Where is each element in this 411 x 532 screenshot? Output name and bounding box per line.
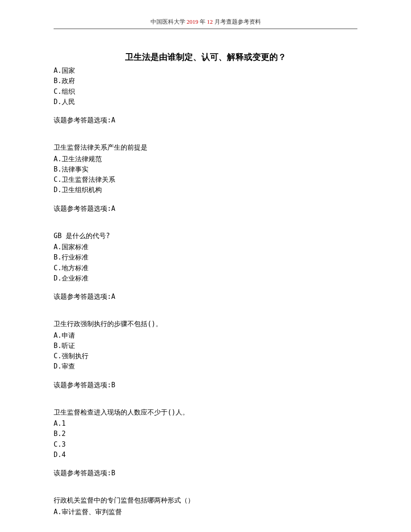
option-c: C.卫生监督法律关系 xyxy=(54,175,357,185)
option-a: A.申请 xyxy=(54,331,357,341)
option-a: A.审计监督、审判监督 xyxy=(54,507,357,517)
question-block: 卫生监督检查进入现场的人数应不少于()人。 A.1 B.2 C.3 D.4 该题… xyxy=(54,407,357,479)
header-mid: 年 xyxy=(200,18,206,25)
question-stem: 卫生行政强制执行的步骤不包括()。 xyxy=(54,319,357,329)
question-block: 卫生监督法律关系产生的前提是 A.卫生法律规范 B.法律事实 C.卫生监督法律关… xyxy=(54,142,357,214)
question-block: 行政机关监督中的专门监督包括哪两种形式（） A.审计监督、审判监督 xyxy=(54,495,357,517)
answer-text: 该题参考答题选项:B xyxy=(54,468,357,478)
option-c: C.强制执行 xyxy=(54,351,357,361)
option-b: B.法律事实 xyxy=(54,164,357,175)
question-stem: 卫生监督法律关系产生的前提是 xyxy=(54,142,357,153)
option-c: C.3 xyxy=(54,440,357,450)
header-suffix: 月考查题参考资料 xyxy=(214,18,261,25)
option-b: B.2 xyxy=(54,429,357,439)
option-c: C.组织 xyxy=(54,87,357,97)
option-d: D.企业标准 xyxy=(54,273,357,284)
answer-text: 该题参考答题选项:A xyxy=(54,292,357,302)
header-month: 12 xyxy=(206,18,214,25)
option-a: A.1 xyxy=(54,419,357,429)
page-title: 卫生法是由谁制定、认可、解释或变更的？ xyxy=(54,51,357,63)
option-b: B.政府 xyxy=(54,76,357,86)
question-block: 卫生行政强制执行的步骤不包括()。 A.申请 B.听证 C.强制执行 D.审查 … xyxy=(54,319,357,390)
option-b: B.行业标准 xyxy=(54,252,357,263)
option-a: A.国家 xyxy=(54,66,357,76)
option-c: C.地方标准 xyxy=(54,263,357,273)
question-stem: 卫生监督检查进入现场的人数应不少于()人。 xyxy=(54,407,357,418)
question-stem: 行政机关监督中的专门监督包括哪两种形式（） xyxy=(54,495,357,506)
option-d: D.人民 xyxy=(54,97,357,107)
option-b: B.听证 xyxy=(54,341,357,351)
option-d: D.4 xyxy=(54,450,357,460)
question-block: A.国家 B.政府 C.组织 D.人民 该题参考答题选项:A xyxy=(54,66,357,126)
option-a: A.国家标准 xyxy=(54,242,357,252)
option-d: D.卫生组织机构 xyxy=(54,185,357,195)
option-d: D.审查 xyxy=(54,361,357,372)
answer-text: 该题参考答题选项:A xyxy=(54,115,357,126)
header-prefix: 中国医科大学 xyxy=(151,18,185,25)
question-block: GB 是什么的代号? A.国家标准 B.行业标准 C.地方标准 D.企业标准 该… xyxy=(54,231,357,302)
answer-text: 该题参考答题选项:B xyxy=(54,380,357,390)
answer-text: 该题参考答题选项:A xyxy=(54,204,357,214)
content-body: A.国家 B.政府 C.组织 D.人民 该题参考答题选项:A 卫生监督法律关系产… xyxy=(54,66,357,517)
option-a: A.卫生法律规范 xyxy=(54,154,357,164)
page-header: 中国医科大学 2019 年 12 月考查题参考资料 xyxy=(54,18,357,29)
question-stem: GB 是什么的代号? xyxy=(54,231,357,241)
header-year: 2019 xyxy=(185,18,200,25)
